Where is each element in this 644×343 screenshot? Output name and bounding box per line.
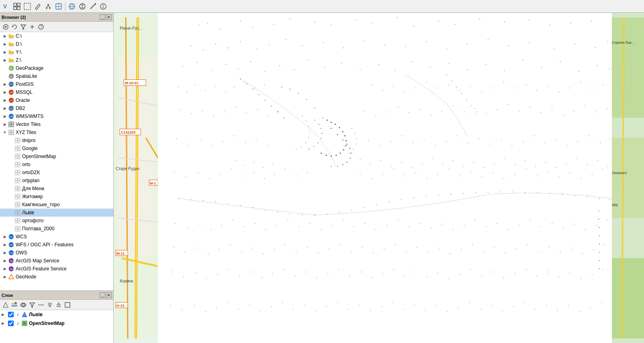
layers-minimize-btn[interactable]: _ bbox=[100, 292, 105, 298]
tree-item-vector_tiles[interactable]: ▶Vector Tiles bbox=[0, 120, 113, 128]
layers-style-btn[interactable] bbox=[2, 301, 10, 309]
toolbar-btn-dropdown1[interactable]: Σ bbox=[98, 2, 108, 11]
tree-item-ortofoto[interactable]: ортофото bbox=[0, 217, 113, 225]
tree-item-geopackage[interactable]: GGeoPackage bbox=[0, 64, 113, 72]
layers-visible-btn[interactable] bbox=[19, 301, 27, 309]
tree-item-oracle[interactable]: ▶OrOracle bbox=[0, 96, 113, 104]
tree-item-y_drive[interactable]: ▶Y:\ bbox=[0, 48, 113, 56]
tree-item-arcgis_map[interactable]: ▶AGArcGIS Map Service bbox=[0, 257, 113, 265]
svg-point-526 bbox=[527, 244, 527, 245]
svg-point-449 bbox=[562, 194, 563, 195]
svg-point-561 bbox=[470, 269, 471, 270]
tree-item-postgis[interactable]: ▶PGPostGIS bbox=[0, 80, 113, 88]
tree-item-ortpplan[interactable]: ortpplan bbox=[0, 177, 113, 185]
tree-item-ortoDZK[interactable]: ortoDZK bbox=[0, 168, 113, 177]
browser-close-btn[interactable]: ✕ bbox=[106, 14, 112, 20]
svg-point-573 bbox=[603, 269, 603, 270]
tree-item-wcs[interactable]: ▶WCSWCS bbox=[0, 233, 113, 241]
main-toolbar: V Σ bbox=[0, 0, 644, 13]
map-main[interactable] bbox=[158, 13, 612, 343]
browser-collapse-btn[interactable] bbox=[28, 23, 36, 31]
tree-arrow-ortoDZK bbox=[8, 169, 14, 176]
tree-item-z_drive[interactable]: ▶Z:\ bbox=[0, 56, 113, 64]
tree-item-arcgis_feature[interactable]: ▶AGArcGIS Feature Service bbox=[0, 265, 113, 273]
browser-refresh-btn[interactable] bbox=[10, 23, 18, 31]
map-area[interactable]: М-10-01 С141202 М-1 М-11 Н-13 Рясне-Рус.… bbox=[114, 13, 644, 343]
browser-minimize-btn[interactable]: _ bbox=[100, 14, 105, 20]
svg-text:Старе Рудно: Старе Рудно bbox=[116, 166, 140, 171]
svg-point-315 bbox=[592, 88, 592, 88]
toolbar-btn-globe[interactable] bbox=[67, 2, 77, 11]
layers-close-btn[interactable]: ✕ bbox=[106, 292, 112, 298]
toolbar-btn-select[interactable] bbox=[22, 2, 32, 11]
svg-point-554 bbox=[394, 269, 394, 270]
tree-item-zhytomyr[interactable]: Житомир bbox=[0, 193, 113, 201]
toolbar-btn-pencil[interactable] bbox=[33, 2, 43, 11]
tree-item-geonode[interactable]: ▶GeoNode bbox=[0, 273, 113, 281]
svg-point-160 bbox=[199, 25, 200, 26]
svg-point-161 bbox=[207, 23, 208, 24]
toolbar-btn-crs[interactable] bbox=[78, 2, 87, 11]
tree-item-dlya_meni[interactable]: Для Мени bbox=[0, 185, 113, 193]
tree-item-kamyanske[interactable]: Кам'янське_торо bbox=[0, 201, 113, 209]
svg-point-206 bbox=[197, 62, 198, 63]
toolbar-btn-digitize[interactable] bbox=[54, 2, 63, 11]
layer-item-layer_osm[interactable]: ▶✓OpenStreetMap bbox=[0, 319, 113, 328]
svg-point-654 bbox=[484, 167, 484, 168]
svg-point-630 bbox=[598, 219, 599, 219]
layers-groups-btn[interactable] bbox=[63, 301, 72, 309]
browser-add-btn[interactable] bbox=[2, 23, 10, 31]
svg-point-333 bbox=[431, 115, 431, 115]
tree-item-dnipro[interactable]: dnipro bbox=[0, 136, 113, 144]
tree-arrow-spatialite bbox=[2, 73, 8, 79]
layers-more-btn[interactable] bbox=[37, 301, 45, 309]
tree-item-wfs[interactable]: ▶WFWFS / OGC API - Features bbox=[0, 241, 113, 249]
tree-item-db2[interactable]: ▶D2DB2 bbox=[0, 104, 113, 112]
svg-text:М-11: М-11 bbox=[117, 252, 125, 256]
svg-point-558 bbox=[438, 272, 438, 273]
svg-point-415 bbox=[581, 179, 581, 179]
map-strip-right-svg: Сороки-Льв... Лисиничі 352 bbox=[612, 13, 644, 343]
tree-item-lviv[interactable]: Львів bbox=[0, 209, 113, 217]
svg-point-377 bbox=[567, 146, 567, 146]
svg-point-230 bbox=[597, 65, 598, 66]
tree-item-openstreetmap[interactable]: OpenStreetMap bbox=[0, 152, 113, 160]
svg-point-182 bbox=[203, 50, 204, 51]
tree-item-mssql[interactable]: ▶MSMSSQL bbox=[0, 88, 113, 96]
tree-item-orto[interactable]: orto bbox=[0, 160, 113, 168]
svg-point-578 bbox=[216, 307, 217, 308]
layer-checkbox-layer_lviv[interactable] bbox=[8, 312, 14, 317]
tree-item-ows[interactable]: ▶OWOWS bbox=[0, 249, 113, 257]
tree-item-wms[interactable]: ▶WMWMS/WMTS bbox=[0, 112, 113, 120]
toolbar-btn-grid[interactable] bbox=[12, 2, 22, 11]
toolbar-btn-node[interactable] bbox=[43, 2, 53, 11]
layer-item-layer_lviv[interactable]: ▶✓Львів bbox=[0, 310, 113, 319]
tree-item-google[interactable]: Google bbox=[0, 144, 113, 152]
browser-help-btn[interactable]: ? bbox=[37, 23, 45, 31]
tree-item-poltava[interactable]: Полтава_2000 bbox=[0, 225, 113, 233]
layer-checkbox-layer_osm[interactable] bbox=[8, 321, 14, 326]
svg-point-619 bbox=[271, 106, 272, 106]
tree-item-c_drive[interactable]: ▶C:\ bbox=[0, 32, 113, 40]
tree-label-lviv: Львів bbox=[22, 210, 34, 215]
layers-move-up-btn[interactable] bbox=[55, 301, 63, 309]
svg-point-656 bbox=[504, 158, 505, 158]
layers-move-down-btn[interactable] bbox=[46, 301, 54, 309]
svg-point-264 bbox=[319, 124, 319, 125]
svg-point-571 bbox=[581, 278, 581, 279]
browser-filter-btn[interactable] bbox=[19, 23, 27, 31]
svg-point-219 bbox=[395, 70, 396, 71]
layers-filter-btn[interactable] bbox=[28, 301, 36, 309]
tree-item-d_drive[interactable]: ▶D:\ bbox=[0, 40, 113, 48]
svg-point-479 bbox=[453, 229, 453, 229]
svg-point-616 bbox=[252, 89, 253, 89]
svg-point-192 bbox=[364, 41, 365, 41]
svg-point-410 bbox=[526, 168, 526, 169]
layers-add-btn[interactable] bbox=[10, 301, 18, 309]
toolbar-btn-v[interactable]: V bbox=[2, 2, 11, 11]
svg-point-537 bbox=[206, 278, 206, 279]
tree-item-spatialite[interactable]: SLSpatiaLite bbox=[0, 72, 113, 80]
toolbar-btn-measure[interactable] bbox=[88, 2, 98, 11]
svg-point-251 bbox=[335, 124, 336, 125]
tree-item-xyz_tiles[interactable]: ▼XYZ Tiles bbox=[0, 128, 113, 136]
